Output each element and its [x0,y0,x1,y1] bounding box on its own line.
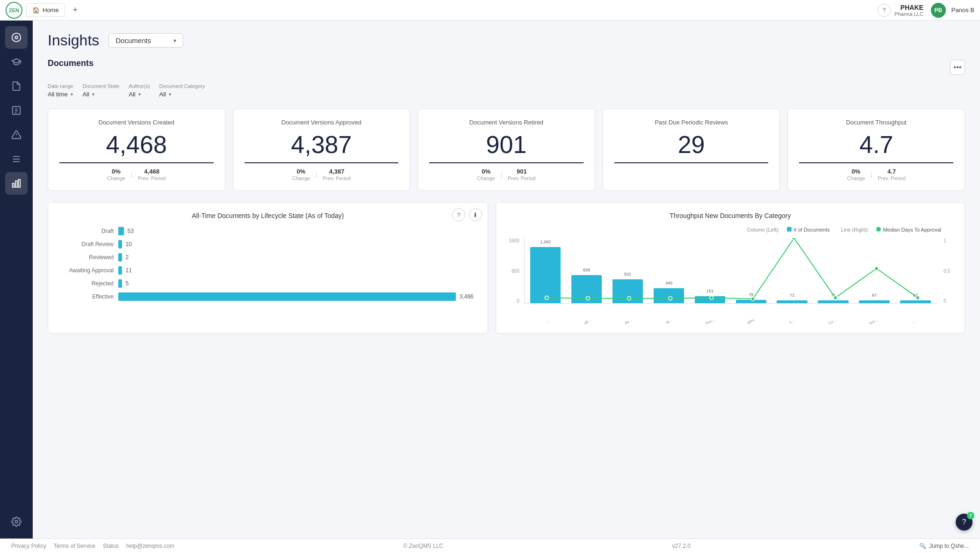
charts-row: ? ⬇ All-Time Documents by Lifecycle Stat… [48,202,965,334]
sidebar-item-tasks[interactable] [5,99,28,122]
stats-row: Document Versions Created 4,468 0% Chang… [48,109,965,191]
email-link[interactable]: help@zenqms.com [126,543,174,549]
bar-group: 1,262 [526,247,565,303]
sidebar-item-issues[interactable] [5,124,28,146]
filter-authors-label: Author(s) [129,83,150,89]
help-button[interactable]: ? [878,4,891,17]
stat-change-pct: 0% [112,168,121,175]
terms-of-service-link[interactable]: Terms of Service [54,543,95,549]
sidebar [0,21,33,538]
throughput-chart-title: Throughput New Documents By Category [519,212,941,219]
stat-change-item: 0% Change [292,168,310,181]
filter-date-range-value: All time [48,91,68,98]
throughput-bar: 531 [612,279,643,303]
jump-to-qsheet-button[interactable]: 🔍 Jump to Qshe... [919,543,969,549]
stat-prev-item: 4,468 Prev. Period [138,168,166,181]
lifecycle-bar-row: Draft53 [62,227,474,235]
stat-card-created-meta: 0% Change | 4,468 Prev. Period [59,168,214,181]
lifecycle-bar [118,292,456,301]
stat-prev-value: 4,468 [144,168,159,175]
stat-card-throughput-value: 4.7 [799,131,953,163]
sidebar-item-documents[interactable] [5,75,28,97]
filter-document-state: Document State All ▾ [82,83,119,99]
sidebar-item-analytics[interactable] [5,172,28,195]
lifecycle-bar-label: Reviewed [62,254,114,261]
filter-document-category: Document Category All ▾ [159,83,205,99]
help-bubble-button[interactable]: ? 7 [956,514,973,531]
filter-document-state-select[interactable]: All ▾ [82,90,119,99]
legend-line-dot: Median Days To Approval [876,227,941,233]
stat-card-past-due: Past Due Periodic Reviews 29 [603,109,780,191]
lifecycle-bar-value: 2 [126,254,129,261]
bar-group: 71 [773,300,811,303]
stat-card-approved-meta: 0% Change | 4,387 Prev. Period [245,168,399,181]
chart-help-button[interactable]: ? [452,208,465,221]
page-header: Insights Documents ▾ [48,32,965,49]
logo-text: ZEN [9,7,19,13]
stat-card-approved-value: 4,387 [245,131,399,163]
lifecycle-bar-label: Rejected [62,280,114,287]
status-link[interactable]: Status [103,543,119,549]
section-title: Documents [48,58,94,68]
new-tab-button[interactable]: + [69,4,82,17]
stat-card-approved: Document Versions Approved 4,387 0% Chan… [233,109,411,191]
filter-bar: Date range All time ▾ Document State All… [48,83,965,99]
throughput-legend: Column (Left): # of Documents Line (Righ… [519,227,941,233]
divider: | [131,171,132,178]
stat-card-retired-value: 901 [429,131,584,163]
filter-document-category-select[interactable]: All ▾ [159,90,205,99]
filter-authors: Author(s) All ▾ [129,83,150,99]
lifecycle-bar [118,266,122,275]
more-options-button[interactable]: ••• [950,60,965,75]
stat-card-past-due-value: 29 [614,131,769,163]
sidebar-item-dashboard[interactable] [5,26,28,49]
stat-card-retired-meta: 0% Change | 901 Prev. Period [429,168,584,181]
privacy-policy-link[interactable]: Privacy Policy [11,543,46,549]
copyright: © ZenQMS LLC [403,543,443,549]
sidebar-item-training[interactable] [5,51,28,73]
filter-authors-select[interactable]: All ▾ [129,90,150,99]
legend-line-prefix: Line (Right): [841,227,869,233]
svg-point-1 [15,36,18,39]
y-axis-right: 1 0.5 0 [944,238,960,304]
chevron-down-icon: ▾ [169,92,171,97]
company-info: PHAKE Pharma LLC [894,4,923,17]
filter-document-state-value: All [82,91,89,98]
home-icon: 🏠 [32,7,40,14]
lifecycle-chart-title: All-Time Documents by Lifecycle State (A… [58,212,478,219]
filter-date-range-label: Date range [48,83,73,89]
stat-card-created-title: Document Versions Created [59,118,214,127]
lifecycle-bar-value: 5 [126,280,129,287]
throughput-chart-card: Throughput New Documents By Category Col… [496,202,965,334]
main-layout: Insights Documents ▾ Documents ••• Date … [0,21,980,538]
module-dropdown[interactable]: Documents ▾ [108,33,183,48]
bar-group: 151 [691,296,729,303]
sidebar-item-settings-alt[interactable] [5,148,28,170]
chart-download-button[interactable]: ⬇ [469,208,482,221]
home-tab[interactable]: 🏠 Home [26,3,65,17]
company-name: PHAKE [901,4,923,11]
content-area: Insights Documents ▾ Documents ••• Date … [33,21,980,538]
lifecycle-chart-card: ? ⬇ All-Time Documents by Lifecycle Stat… [48,202,488,334]
footer-links: Privacy Policy Terms of Service Status h… [11,543,174,549]
section-header-row: Documents ••• [48,58,965,76]
lifecycle-bar [118,240,122,248]
user-avatar[interactable]: PB [931,3,946,18]
filter-authors-value: All [129,91,135,98]
logo: ZEN [6,2,22,19]
lifecycle-bar-row: Reviewed2 [62,253,474,262]
svg-point-0 [12,33,21,42]
chevron-down-icon: ▾ [138,92,141,97]
lifecycle-bar-label: Effective [62,293,114,300]
stat-card-retired: Document Versions Retired 901 0% Change … [418,109,595,191]
lifecycle-bar-row: Effective3,486 [62,292,474,301]
bar-group: 79 [732,300,770,304]
bar-group: 626 [568,275,606,303]
lifecycle-bar [118,227,124,235]
bar-group: 531 [609,279,647,303]
chart-tools: ? ⬇ [452,208,482,221]
lifecycle-bar-row: Awaiting Approval11 [62,266,474,275]
sidebar-item-gear[interactable] [5,510,28,533]
filter-date-range-select[interactable]: All time ▾ [48,90,73,99]
throughput-bar: 626 [571,275,602,303]
